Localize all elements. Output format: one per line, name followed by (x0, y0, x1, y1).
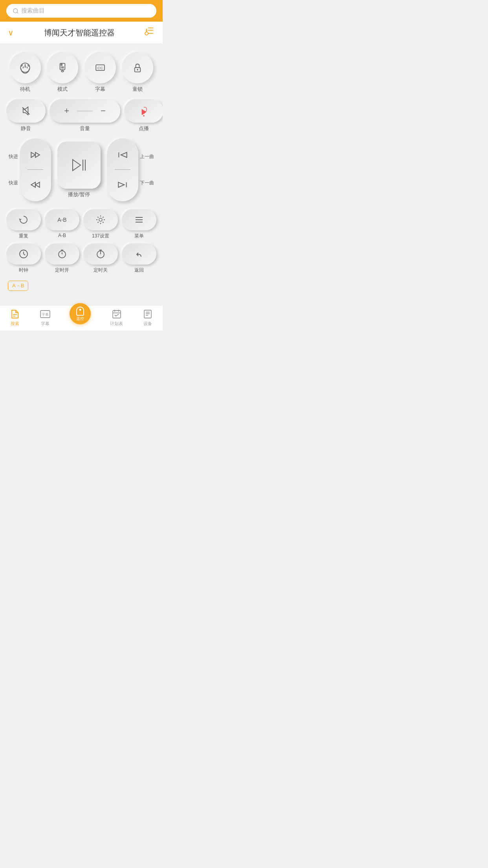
repeat-label: 重复 (19, 233, 28, 239)
timer-on-button[interactable] (45, 243, 79, 265)
ondemand-button[interactable] (124, 99, 163, 123)
caption-nav-icon: 字幕 (40, 309, 51, 320)
volume-plus[interactable]: + (64, 106, 69, 116)
bottom-grid: 重复 A-B A-B 137设置 (6, 209, 156, 274)
clock-wrap: 时钟 (6, 243, 41, 274)
clock-label: 时钟 (19, 267, 28, 274)
playlist-icon[interactable] (145, 27, 155, 38)
nav-schedule[interactable]: 计划表 (110, 309, 123, 327)
subtitle-button[interactable]: CC (84, 52, 116, 83)
bottom-row-1: 重复 A-B A-B 137设置 (6, 209, 156, 239)
svg-point-57 (79, 309, 81, 311)
ondemand-label: 点播 (139, 125, 149, 132)
controls-row: 静音 + − 音量 点播 (6, 99, 156, 132)
svg-point-39 (99, 218, 102, 221)
nav-remote-label: 遥控 (76, 316, 84, 322)
subtitle-label: 字幕 (95, 86, 105, 93)
dropdown-icon[interactable]: ∨ (8, 28, 14, 37)
svg-point-0 (13, 9, 18, 13)
ab-btn-wrap: A-B A-B (45, 209, 79, 239)
back-wrap: 返回 (122, 243, 156, 274)
repeat-wrap: 重复 (6, 209, 41, 239)
nav-remote[interactable]: 遥控 (70, 311, 91, 324)
top-circle-row: 待机 模式 CC (6, 52, 156, 93)
timer-on-wrap: 定时开 (45, 243, 79, 274)
bottom-nav: 搜索 字幕 字幕 遥控 (0, 305, 163, 331)
volume-label: 音量 (80, 125, 90, 132)
remote-center-button[interactable]: 遥控 (70, 303, 91, 324)
search-nav-icon (9, 309, 20, 320)
svg-text:字幕: 字幕 (42, 313, 49, 316)
nav-caption-label: 字幕 (41, 321, 50, 327)
timer-off-button[interactable] (83, 243, 118, 265)
main-content: 待机 模式 CC (0, 44, 163, 305)
svg-marker-36 (121, 153, 127, 158)
svg-marker-28 (31, 153, 35, 158)
standby-wrap: 待机 (9, 52, 41, 93)
svg-marker-38 (118, 182, 124, 187)
transport-section: 快进 快退 (6, 138, 156, 201)
mute-wrap: 静音 (6, 99, 46, 132)
prev-next-button[interactable] (107, 138, 138, 201)
prev-label: 上一曲 (140, 153, 154, 160)
tall-pill-divider (28, 169, 43, 170)
nav-search-label: 搜索 (11, 321, 19, 327)
nav-search[interactable]: 搜索 (9, 309, 20, 327)
search-icon (13, 8, 19, 14)
nav-device[interactable]: 设备 (142, 309, 153, 327)
prev-next-labels: 上一曲 下一曲 (140, 153, 154, 186)
svg-rect-58 (113, 311, 121, 318)
svg-point-24 (137, 69, 138, 71)
back-label: 返回 (134, 267, 144, 274)
svg-point-27 (143, 115, 145, 117)
menu-button[interactable] (122, 209, 156, 230)
settings137-wrap: 137设置 (83, 209, 118, 239)
volume-wrap: + − 音量 (50, 99, 120, 132)
childlock-label: 童锁 (132, 86, 143, 93)
back-button[interactable] (122, 243, 156, 265)
play-pause-label: 播放/暂停 (68, 191, 90, 198)
prev-next-group: 上一曲 下一曲 (107, 138, 154, 201)
device-nav-icon (142, 309, 153, 320)
nav-schedule-label: 计划表 (110, 321, 123, 327)
header-title: 博闻天才智能遥控器 (44, 28, 115, 38)
nav-device-label: 设备 (143, 321, 152, 327)
ab-text: A-B (57, 217, 66, 223)
svg-line-45 (24, 254, 25, 255)
play-pause-section: 播放/暂停 (53, 142, 105, 198)
next-label: 下一曲 (140, 180, 154, 186)
standby-label: 待机 (20, 86, 30, 93)
nav-caption[interactable]: 字幕 字幕 (40, 309, 51, 327)
subtitle-wrap: CC 字幕 (84, 52, 116, 93)
settings137-button[interactable] (83, 209, 118, 230)
ab-label: A-B (58, 233, 66, 238)
fast-forward-label: 快进 (9, 153, 18, 160)
svg-text:CC: CC (97, 66, 103, 70)
ff-rw-button[interactable] (20, 138, 51, 201)
play-pause-button[interactable] (57, 142, 101, 189)
timer-on-label: 定时开 (55, 267, 69, 274)
standby-button[interactable] (9, 52, 41, 83)
mute-button[interactable] (6, 99, 46, 123)
timer-off-wrap: 定时关 (83, 243, 118, 274)
svg-marker-30 (35, 182, 40, 187)
mode-label: 模式 (57, 86, 68, 93)
volume-button[interactable]: + − (50, 99, 120, 123)
top-bar: 搜索曲目 (0, 0, 163, 22)
tall-pill-divider2 (115, 169, 130, 170)
clock-button[interactable] (6, 243, 41, 265)
search-box[interactable]: 搜索曲目 (6, 4, 156, 18)
svg-line-14 (27, 66, 27, 68)
search-placeholder: 搜索曲目 (21, 7, 45, 15)
ff-rw-group: 快进 快退 (9, 138, 51, 201)
svg-rect-62 (144, 310, 151, 318)
mode-button[interactable] (47, 52, 78, 83)
ab-button[interactable]: A-B (45, 209, 79, 230)
repeat-button[interactable] (6, 209, 41, 230)
ff-rw-labels: 快进 快退 (9, 153, 18, 186)
volume-minus[interactable]: − (101, 106, 106, 116)
childlock-button[interactable] (122, 52, 153, 83)
menu-wrap: 菜单 (122, 209, 156, 239)
volume-divider (77, 111, 93, 111)
header: ∨ 博闻天才智能遥控器 (0, 22, 163, 44)
